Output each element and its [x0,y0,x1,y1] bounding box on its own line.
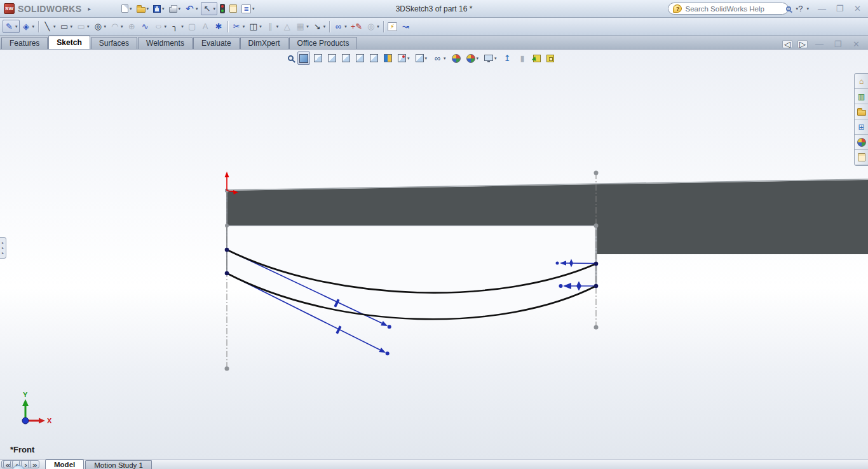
make-block-dropdown-arrow-icon[interactable]: ▾ [377,24,379,29]
view-settings-button[interactable]: ▾ [482,51,499,65]
sketch-fillet-dropdown-arrow-icon[interactable]: ▾ [181,24,184,29]
open-document-button[interactable]: ▾ [135,2,151,15]
minimize-app-button[interactable]: — [815,2,829,15]
restore-document-button[interactable]: ❐ [831,37,844,51]
new-document-button[interactable]: ▾ [119,2,134,15]
point-button[interactable]: ✱ [212,20,226,33]
cm-tab-office-products[interactable]: Office Products [289,37,358,49]
task-pane-tab-custom-properties[interactable] [855,150,868,165]
straight-slot-dropdown-arrow-icon[interactable]: ▾ [87,24,90,29]
collapse-pane-right-button[interactable]: ▷ [797,40,808,48]
cm-tab-surfaces[interactable]: Surfaces [91,37,137,49]
cm-tab-weldments[interactable]: Weldments [138,37,193,49]
normal-to-button[interactable]: ↥ [501,51,514,65]
view-settings-dropdown-arrow-icon[interactable]: ▾ [494,56,497,61]
save-button[interactable]: ▾ [151,2,166,15]
zoom-to-area-button[interactable] [297,51,310,65]
task-pane-tab-view-palette[interactable]: ⊞ [855,119,868,135]
rapid-sketch-button[interactable]: ⚡ [386,20,399,33]
view-orientation-button[interactable]: ▾ [396,51,412,65]
centerpoint-arc-dropdown-arrow-icon[interactable]: ▾ [121,24,123,29]
spline-button[interactable]: ∿ [139,20,152,33]
sketch-dropdown-arrow-icon[interactable]: ▾ [15,24,18,29]
jump-to-last-button[interactable]: » [28,460,36,468]
line-dropdown-arrow-icon[interactable]: ▾ [53,24,56,29]
collapse-pane-left-button[interactable]: ◁ [782,40,792,48]
part-front-face[interactable] [227,226,596,319]
move-entities-dropdown-arrow-icon[interactable]: ▾ [323,24,326,29]
cm-tab-features[interactable]: Features [1,37,48,49]
trim-entities-button[interactable]: ✂▾ [230,20,247,33]
select-dropdown-arrow-icon[interactable]: ▾ [214,6,216,11]
display-delete-relations-dropdown-arrow-icon[interactable]: ▾ [344,24,347,29]
help-search-input[interactable] [685,5,783,13]
task-pane-tab-design-library[interactable]: ▥ [855,89,868,104]
rebuild-button[interactable] [218,2,227,15]
view-right-button[interactable] [354,51,366,65]
convert-entities-button[interactable]: ◫▾ [247,20,264,33]
zoom-to-fit-button[interactable] [286,51,295,65]
file-properties-button[interactable] [227,2,239,15]
menu-expand-arrow-icon[interactable]: ▸ [85,4,94,14]
jump-to-first-button[interactable]: « [1,460,10,468]
smart-dimension-button[interactable]: ◈▾ [20,20,37,33]
display-delete-relations-button[interactable]: ∞▾ [332,20,349,33]
view-front-button[interactable] [312,51,324,65]
trim-entities-dropdown-arrow-icon[interactable]: ▾ [243,24,245,29]
display-style-button[interactable]: ▾ [414,51,430,65]
help-search-box[interactable]: ? ▾ [668,3,789,15]
corner-rectangle-dropdown-arrow-icon[interactable]: ▾ [71,24,73,29]
spline2-start-handle-arrow-icon[interactable] [379,348,386,353]
sketch-fillet-button[interactable]: ╮▾ [168,20,186,33]
smart-dimension-dropdown-arrow-icon[interactable]: ▾ [32,24,35,29]
open-document-dropdown-arrow-icon[interactable]: ▾ [147,6,149,11]
apply-scene-button[interactable]: ▾ [465,51,481,65]
cm-tab-evaluate[interactable]: Evaluate [193,37,240,49]
circle-button[interactable]: ◎▾ [92,20,109,33]
display-style-dropdown-arrow-icon[interactable]: ▾ [425,56,428,61]
bb-tab-model[interactable]: Model [45,459,84,469]
minimize-document-button[interactable]: — [813,37,826,51]
line-button[interactable]: ╲▾ [41,20,58,33]
undo-button[interactable]: ↶▾ [183,2,200,15]
sketch-toggle-button[interactable] [545,51,556,65]
search-icon[interactable] [786,6,791,11]
cm-tab-dimxpert[interactable]: DimXpert [240,37,288,49]
hide-show-items-button[interactable]: ∞▾ [431,51,448,65]
save-dropdown-arrow-icon[interactable]: ▾ [162,6,165,11]
circle-dropdown-arrow-icon[interactable]: ▾ [104,24,107,29]
task-pane-tab-appearances-scenes[interactable] [855,135,868,150]
view-back-button[interactable] [326,51,338,65]
apply-scene-dropdown-arrow-icon[interactable]: ▾ [477,56,479,61]
graphics-area[interactable]: Y X ▾▾∞▾▾▾↥▮ ⌂▥⊞ ▸ ▸ ▸ *Front [0,50,868,459]
help-button[interactable]: ?▾ [794,2,811,15]
add-relation-button[interactable]: +✎ [349,20,364,33]
cm-tab-sketch[interactable]: Sketch [48,36,90,49]
view-left-button[interactable] [340,51,352,65]
section-view-button[interactable] [382,51,394,65]
edit-appearance-button[interactable] [450,51,463,65]
restore-app-button[interactable]: ❐ [833,2,846,15]
print-button[interactable]: ▾ [167,2,183,15]
hide-show-items-dropdown-arrow-icon[interactable]: ▾ [444,56,446,61]
task-pane-tab-solidworks-resources[interactable]: ⌂ [855,74,868,89]
bb-tab-motion-study-1[interactable]: Motion Study 1 [85,460,152,469]
task-pane-tab-file-explorer[interactable] [855,104,868,119]
sketch-button[interactable]: ✎▾ [3,20,20,33]
options-button[interactable]: ≣▾ [240,2,257,15]
spline1-end-handle-line[interactable] [563,263,596,264]
corner-rectangle-button[interactable]: ▭▾ [58,20,75,33]
close-document-button[interactable]: ✕ [850,37,863,51]
help-dropdown-arrow-icon[interactable]: ▾ [806,6,809,11]
print-dropdown-arrow-icon[interactable]: ▾ [179,6,181,11]
view-top-button[interactable] [368,51,380,65]
select-button[interactable]: ↖▾ [201,2,218,15]
convert-entities-dropdown-arrow-icon[interactable]: ▾ [259,24,262,29]
options-dropdown-arrow-icon[interactable]: ▾ [252,6,255,11]
spline1-start-handle-arrow-icon[interactable] [381,321,388,326]
view-orientation-dropdown-arrow-icon[interactable]: ▾ [407,56,410,61]
feature-manager-expand-handle[interactable]: ▸ ▸ ▸ [0,237,6,259]
move-entities-button[interactable]: ↘▾ [311,20,328,33]
undo-dropdown-arrow-icon[interactable]: ▾ [196,6,198,11]
new-document-dropdown-arrow-icon[interactable]: ▾ [130,6,132,11]
